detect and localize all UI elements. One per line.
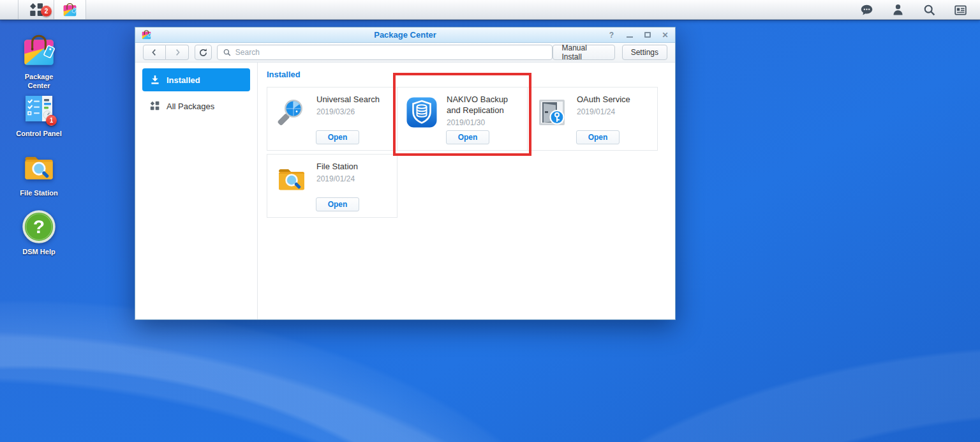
- package-row-1: Universal Search 2019/03/26 Open: [267, 87, 666, 151]
- close-icon[interactable]: [661, 31, 669, 40]
- manual-install-button[interactable]: Manual Install: [553, 45, 614, 60]
- sidebar-item-label: Installed: [167, 75, 200, 85]
- window-toolbar: Manual Install Settings: [135, 43, 675, 63]
- window-controls: [607, 31, 669, 40]
- dsm-help-icon: ?: [22, 210, 56, 244]
- search-box[interactable]: [217, 45, 553, 60]
- package-date: 2019/01/24: [577, 107, 651, 116]
- package-name: NAKIVO Backup and Replication: [447, 95, 521, 116]
- package-date: 2019/03/26: [316, 107, 390, 116]
- window-app-icon: [141, 29, 152, 40]
- package-center-icon: [20, 32, 57, 69]
- search-icon: [223, 48, 231, 57]
- sidebar: Installed All Packages: [135, 63, 258, 319]
- desktop-icon-label: DSM Help: [9, 247, 69, 256]
- package-card-oauth-service[interactable]: OAuth Service 2019/01/24 Open: [527, 87, 658, 151]
- toolbar-right: Manual Install Settings: [553, 45, 667, 60]
- download-icon: [150, 75, 160, 85]
- section-title: Installed: [267, 70, 666, 79]
- nakivo-backup-icon: [406, 96, 438, 128]
- chevron-right-icon: [173, 48, 182, 57]
- desktop-icon-label: Package Center: [9, 72, 69, 91]
- desktop-icon-label: File Station: [9, 188, 69, 197]
- package-list-panel: Installed: [258, 63, 675, 319]
- notification-badge: 2: [41, 6, 52, 17]
- universal-search-icon: [276, 96, 308, 128]
- package-date: 2019/01/24: [316, 174, 390, 183]
- user-icon[interactable]: [891, 3, 905, 17]
- package-card-universal-search[interactable]: Universal Search 2019/03/26 Open: [267, 87, 397, 151]
- refresh-icon: [198, 48, 208, 57]
- help-icon[interactable]: [607, 31, 616, 40]
- forward-button[interactable]: [166, 45, 189, 60]
- package-card-nakivo-backup[interactable]: NAKIVO Backup and Replication 2019/01/30…: [397, 87, 528, 151]
- notification-badge: 1: [46, 115, 57, 126]
- package-name: File Station: [316, 162, 390, 172]
- desktop-icon-control-panel[interactable]: 1 Control Panel: [9, 91, 69, 138]
- control-panel-icon: 1: [21, 91, 57, 126]
- window-title: Package Center: [135, 30, 675, 40]
- oauth-service-icon: [536, 96, 568, 128]
- package-name: Universal Search: [316, 95, 390, 105]
- refresh-button[interactable]: [195, 45, 212, 60]
- grid-icon: [150, 101, 160, 111]
- package-center-app-icon: [62, 2, 78, 18]
- open-button[interactable]: Open: [316, 130, 359, 144]
- back-button[interactable]: [143, 45, 166, 60]
- taskbar: 2: [0, 0, 980, 20]
- taskbar-app-package-center[interactable]: [54, 0, 86, 19]
- package-name: OAuth Service: [577, 95, 651, 105]
- window-titlebar[interactable]: Package Center: [135, 27, 675, 43]
- file-station-icon: [276, 164, 308, 195]
- search-icon[interactable]: [923, 3, 936, 17]
- minimize-icon[interactable]: [625, 31, 634, 40]
- package-center-window: Package Center Manual Install Settings: [135, 27, 676, 320]
- package-row-2: File Station 2019/01/24 Open: [267, 154, 666, 218]
- sidebar-item-installed[interactable]: Installed: [142, 68, 250, 91]
- package-card-file-station[interactable]: File Station 2019/01/24 Open: [267, 154, 397, 218]
- svg-text:?: ?: [33, 216, 45, 237]
- main-menu-button[interactable]: 2: [19, 0, 54, 19]
- desktop-icon-package-center[interactable]: Package Center: [9, 32, 69, 91]
- file-station-icon: [20, 151, 57, 185]
- open-button[interactable]: Open: [576, 130, 620, 144]
- open-button[interactable]: Open: [446, 130, 489, 144]
- nav-button-group: [143, 45, 189, 60]
- chat-icon[interactable]: [860, 3, 873, 17]
- search-input[interactable]: [235, 48, 547, 57]
- window-body: Installed All Packages Installed: [135, 63, 675, 319]
- sidebar-item-label: All Packages: [167, 102, 214, 111]
- widgets-icon[interactable]: [954, 3, 967, 17]
- desktop-icon-label: Control Panel: [9, 129, 69, 138]
- taskbar-left: 2: [18, 0, 86, 19]
- taskbar-right: [860, 0, 980, 19]
- maximize-icon[interactable]: [643, 31, 651, 40]
- desktop-icon-file-station[interactable]: File Station: [9, 151, 69, 197]
- desktop-icon-dsm-help[interactable]: ? DSM Help: [9, 210, 69, 256]
- sidebar-item-all-packages[interactable]: All Packages: [142, 96, 250, 116]
- package-date: 2019/01/30: [447, 118, 521, 127]
- settings-button[interactable]: Settings: [622, 45, 667, 60]
- chevron-left-icon: [150, 48, 159, 57]
- open-button[interactable]: Open: [316, 197, 359, 211]
